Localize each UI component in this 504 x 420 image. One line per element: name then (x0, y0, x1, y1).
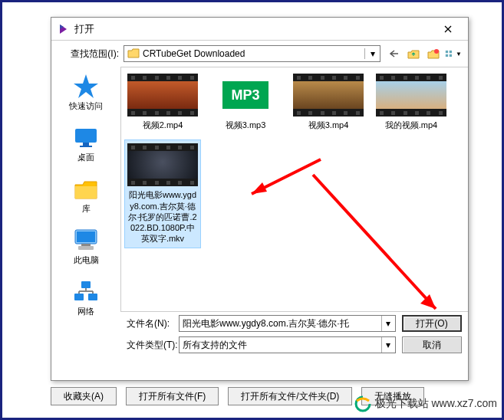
star-icon (72, 73, 100, 99)
svg-rect-7 (446, 54, 448, 57)
filename-label: 文件名(N): (58, 317, 173, 330)
lookin-label: 查找范围(I): (58, 48, 119, 61)
video-thumbnail (127, 143, 198, 186)
watermark: 极光下载站 www.xz7.com (354, 395, 497, 413)
close-icon (444, 25, 452, 33)
file-item[interactable]: 视频3.mp4 (290, 71, 367, 133)
video-thumbnail (293, 74, 364, 116)
svg-rect-11 (83, 143, 89, 146)
new-folder-icon (427, 48, 440, 59)
file-label: 阳光电影www.ygdy8.com.吉尔莫·德尔·托罗的匹诺曹.2022.BD.… (128, 189, 197, 244)
chevron-down-icon: ▾ (364, 48, 377, 59)
chevron-down-icon: ▾ (381, 316, 394, 331)
place-label: 快速访问 (69, 100, 103, 112)
mp3-icon: MP3 (222, 81, 268, 109)
file-label: 视频3.mp3 (226, 120, 266, 130)
computer-icon (72, 227, 100, 253)
svg-rect-16 (81, 244, 91, 246)
svg-rect-15 (77, 231, 95, 242)
bottom-fields: 文件名(N): 阳光电影www.ygdy8.com.吉尔莫·德尔·托 ▾ 打开(… (51, 312, 468, 356)
filetype-value: 所有支持的文件 (183, 339, 247, 352)
svg-rect-6 (450, 51, 452, 53)
svg-rect-8 (450, 54, 452, 57)
place-label: 此电脑 (74, 254, 99, 266)
filetype-label: 文件类型(T): (58, 339, 173, 352)
network-icon (72, 278, 100, 304)
chevron-down-icon: ▼ (456, 51, 462, 57)
up-button[interactable] (405, 46, 422, 61)
open-button[interactable]: 打开(O) (402, 315, 462, 332)
svg-rect-12 (80, 146, 92, 147)
file-item[interactable]: 我的视频.mp4 (373, 71, 450, 133)
filetype-row: 文件类型(T): 所有支持的文件 ▾ 取消 (58, 336, 462, 353)
close-button[interactable] (434, 21, 462, 38)
open-all-files-button[interactable]: 打开所有文件(F) (126, 387, 219, 405)
open-file-dialog: 打开 查找范围(I): CRTubeGet Downloaded ▾ (51, 17, 469, 381)
outer-frame: 打开 查找范围(I): CRTubeGet Downloaded ▾ (0, 0, 504, 420)
svg-rect-17 (78, 246, 94, 250)
view-icon (445, 48, 455, 59)
titlebar: 打开 (51, 18, 468, 41)
cancel-button[interactable]: 取消 (402, 336, 462, 353)
filename-input[interactable]: 阳光电影www.ygdy8.com.吉尔莫·德尔·托 ▾ (179, 315, 396, 332)
current-folder-name: CRTubeGet Downloaded (143, 48, 245, 59)
place-desktop[interactable]: 桌面 (55, 121, 117, 166)
place-libraries[interactable]: 库 (55, 172, 117, 218)
lookin-row: 查找范围(I): CRTubeGet Downloaded ▾ (51, 41, 468, 67)
body-area: 快速访问 桌面 库 此电脑 网络 (51, 67, 468, 312)
svg-marker-28 (420, 294, 436, 309)
svg-rect-20 (88, 294, 97, 300)
dialog-title: 打开 (74, 22, 434, 36)
places-bar: 快速访问 桌面 库 此电脑 网络 (51, 67, 120, 312)
place-quick-access[interactable]: 快速访问 (55, 70, 117, 115)
file-label: 视频3.mp4 (308, 120, 349, 130)
svg-rect-10 (75, 129, 97, 143)
file-item[interactable]: 视频2.mp4 (124, 71, 201, 133)
video-thumbnail (127, 74, 198, 116)
desktop-icon (72, 124, 100, 150)
open-all-folders-button[interactable]: 打开所有文件/文件夹(D) (228, 387, 352, 405)
chevron-down-icon: ▾ (381, 337, 394, 353)
video-thumbnail (376, 74, 446, 116)
svg-point-4 (434, 49, 439, 54)
arrow-left-icon (388, 49, 399, 58)
place-label: 桌面 (77, 152, 94, 163)
file-label: 我的视频.mp4 (385, 120, 437, 130)
folder-up-icon (407, 48, 420, 59)
svg-marker-9 (74, 74, 98, 98)
file-item-selected[interactable]: 阳光电影www.ygdy8.com.吉尔莫·德尔·托罗的匹诺曹.2022.BD.… (124, 139, 201, 248)
watermark-icon (354, 395, 372, 413)
folder-select[interactable]: CRTubeGet Downloaded ▾ (124, 45, 380, 62)
place-network[interactable]: 网络 (55, 275, 117, 320)
libraries-icon (72, 176, 100, 202)
favorites-button[interactable]: 收藏夹(A) (51, 387, 117, 405)
svg-rect-18 (81, 281, 91, 288)
svg-rect-5 (446, 51, 448, 53)
watermark-text: 极光下载站 www.xz7.com (375, 397, 497, 411)
file-item[interactable]: MP3 视频3.mp3 (207, 71, 284, 133)
filetype-select[interactable]: 所有支持的文件 ▾ (179, 336, 396, 353)
svg-rect-13 (75, 186, 97, 199)
file-label: 视频2.mp4 (143, 120, 183, 130)
view-menu-button[interactable]: ▼ (445, 46, 462, 61)
folder-icon (127, 48, 140, 59)
filename-row: 文件名(N): 阳光电影www.ygdy8.com.吉尔莫·德尔·托 ▾ 打开(… (58, 315, 462, 332)
place-this-pc[interactable]: 此电脑 (55, 224, 117, 269)
place-label: 库 (82, 203, 91, 215)
nav-toolbar: ▼ (385, 46, 462, 61)
app-icon (58, 23, 70, 35)
svg-rect-19 (74, 294, 84, 300)
file-list[interactable]: 视频2.mp4 MP3 视频3.mp3 (120, 67, 468, 312)
back-button[interactable] (385, 46, 402, 61)
new-folder-button[interactable] (425, 46, 442, 61)
filename-value: 阳光电影www.ygdy8.com.吉尔莫·德尔·托 (183, 317, 349, 330)
